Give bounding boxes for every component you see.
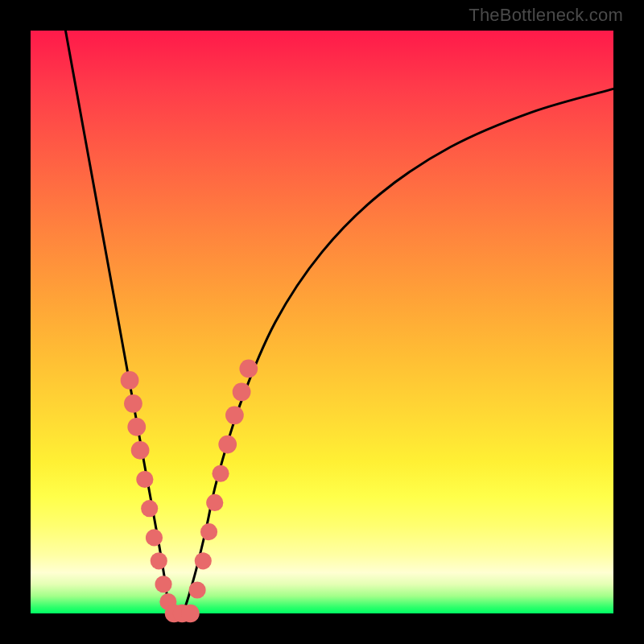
curve-marker: [155, 576, 172, 592]
curve-marker: [121, 371, 139, 390]
curve-marker: [124, 394, 142, 413]
curve-marker: [181, 605, 200, 623]
curve-marker: [127, 418, 146, 436]
curve-marker: [218, 436, 237, 454]
curve-marker: [141, 500, 158, 517]
plot-area: [31, 31, 613, 613]
watermark-text: TheBottleneck.com: [469, 5, 623, 26]
curve-marker: [225, 406, 244, 424]
curve-marker: [233, 383, 251, 402]
curve-marker: [136, 471, 153, 488]
curve-marker: [212, 465, 229, 482]
curve-marker: [188, 581, 205, 598]
curve-marker: [131, 441, 150, 460]
curve-marker: [151, 552, 167, 569]
curve-marker: [206, 494, 223, 511]
curve-marker: [195, 552, 212, 569]
chart-frame: TheBottleneck.com: [0, 0, 644, 644]
curve-markers: [121, 360, 258, 623]
curve-marker: [200, 523, 217, 540]
bottleneck-curve-path: [65, 31, 613, 617]
curve-marker: [239, 360, 258, 378]
bottleneck-curve-svg: [31, 31, 613, 613]
curve-marker: [146, 529, 163, 546]
